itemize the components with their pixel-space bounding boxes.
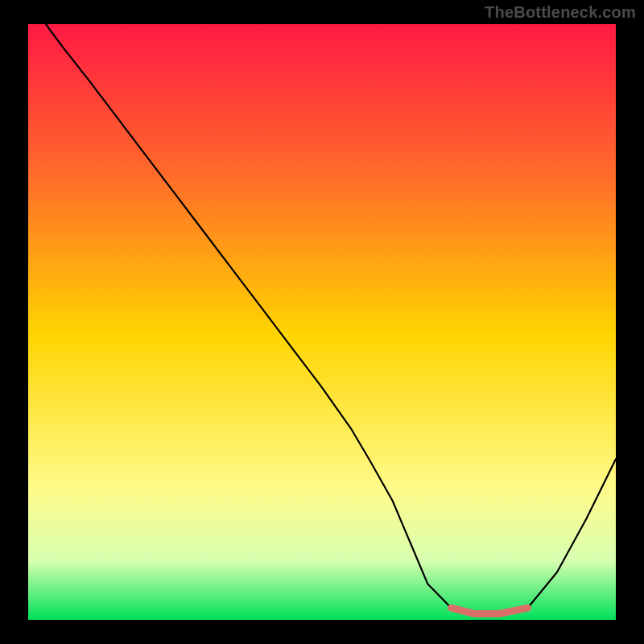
watermark-label: TheBottleneck.com xyxy=(485,3,636,22)
plot-area xyxy=(28,24,616,620)
gradient-background xyxy=(28,24,616,620)
chart-frame: TheBottleneck.com xyxy=(0,0,644,644)
bottleneck-chart xyxy=(28,24,616,620)
